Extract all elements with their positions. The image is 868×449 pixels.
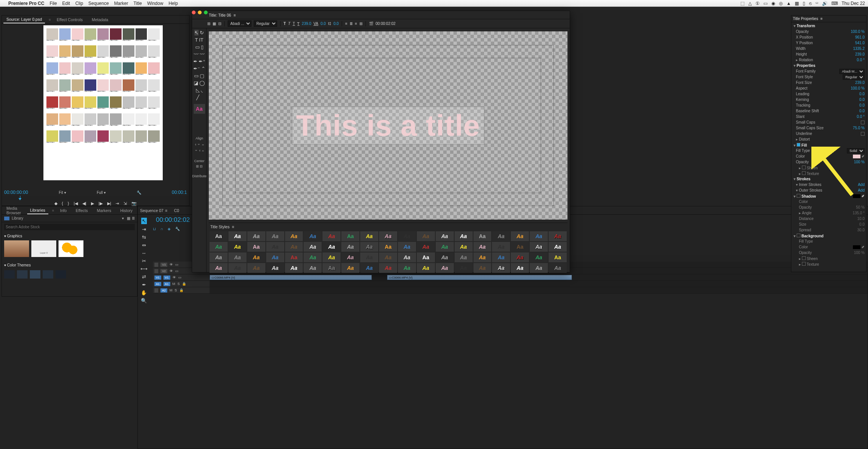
title-style-swatch[interactable]: Aa	[266, 252, 284, 262]
title-style-swatch[interactable]: Aa	[304, 263, 322, 273]
title-style-swatch[interactable]: Aa	[304, 252, 322, 262]
library-selector[interactable]: Library	[12, 216, 122, 220]
export-frame-icon[interactable]: 📷	[131, 201, 137, 206]
color-theme-sw[interactable]	[56, 270, 66, 279]
title-style-swatch[interactable]: Aa	[210, 252, 228, 262]
media-browser-tab[interactable]: Media Browser	[3, 205, 24, 216]
align-left-icon[interactable]: ≡	[345, 22, 347, 26]
shadow-check[interactable]	[797, 194, 800, 198]
type-tool-icon[interactable]: T	[195, 37, 198, 43]
title-style-swatch[interactable]: Aa	[511, 252, 529, 262]
title-style-swatch[interactable]: Aa	[473, 263, 492, 273]
bg-color[interactable]	[853, 245, 860, 249]
texture-check[interactable]	[802, 171, 806, 175]
title-style-swatch[interactable]: Aa	[247, 231, 265, 241]
prop-leading[interactable]: 0.0	[859, 92, 865, 96]
history-tab[interactable]: History	[117, 207, 136, 214]
sequence-tab[interactable]: Sequence 07	[140, 208, 163, 213]
mark-in-icon[interactable]: {	[62, 201, 63, 206]
title-style-swatch[interactable]: Aa	[322, 252, 341, 262]
step-back-icon[interactable]: ◀|	[82, 201, 86, 206]
libraries-tab[interactable]: Libraries	[27, 207, 48, 214]
title-style-swatch[interactable]: Aa	[360, 231, 378, 241]
shadow-color[interactable]	[853, 194, 860, 198]
app-name[interactable]: Premiere Pro CC	[8, 1, 44, 6]
battery-icon[interactable]: ▯	[803, 1, 805, 6]
menu-window[interactable]: Window	[147, 1, 163, 6]
title-style-swatch[interactable]: Aa	[341, 231, 359, 241]
title-style-swatch[interactable]: Aa	[379, 231, 397, 241]
title-properties-tab[interactable]: Title Properties	[793, 17, 818, 21]
pen-tool-icon[interactable]: ✒	[142, 282, 146, 288]
user-icon[interactable]: ▲	[786, 1, 791, 6]
title-style-swatch[interactable]: Aa	[398, 231, 416, 241]
title-style-swatch[interactable]: Aa	[492, 263, 510, 273]
eyedropper-icon[interactable]: ✐	[862, 245, 865, 249]
keyboard-icon[interactable]: ⌨	[831, 1, 838, 6]
prop-smallcaps-check[interactable]	[861, 121, 865, 124]
menu-file[interactable]: File	[49, 1, 57, 6]
menu-sequence[interactable]: Sequence	[88, 1, 109, 6]
wifi-icon[interactable]: ⌔	[816, 1, 818, 6]
title-style-swatch[interactable]: Aa	[455, 242, 473, 252]
settings-icon[interactable]: 🔧	[175, 227, 180, 231]
slide-tool-icon[interactable]: ⇄	[142, 274, 146, 280]
prop-kerning[interactable]: 0.0	[859, 98, 865, 102]
align-l-icon[interactable]: ⫞	[194, 142, 196, 147]
rounded-rect-tool-icon[interactable]: ▢	[200, 73, 204, 79]
bg-texture-check[interactable]	[802, 262, 806, 266]
title-style-swatch[interactable]: Aa	[322, 263, 341, 273]
prop-rotation[interactable]: 0.0 °	[857, 58, 865, 62]
title-style-swatch[interactable]: Aa	[417, 252, 435, 262]
effects-tab[interactable]: Effects	[73, 207, 91, 214]
prop-y[interactable]: 541.0	[855, 41, 865, 45]
titler-tab[interactable]: Title: Title 06	[209, 13, 231, 17]
marker-icon[interactable]: ◈	[168, 227, 171, 231]
center-h-icon[interactable]: ⊞	[196, 164, 199, 168]
panel-menu-icon[interactable]: ≡	[52, 209, 54, 212]
wedge-tool-icon[interactable]: ◺	[196, 87, 200, 93]
path-type-tool-icon[interactable]: 〰	[194, 51, 199, 57]
current-style-thumb[interactable]: Aa	[194, 104, 205, 114]
title-style-swatch[interactable]: Aa	[530, 231, 548, 241]
track-select-tool-icon[interactable]: ⇥	[142, 226, 146, 232]
title-style-swatch[interactable]: Aa	[398, 242, 416, 252]
arc-tool-icon[interactable]: ◟	[201, 87, 203, 93]
title-style-swatch[interactable]: Aa	[228, 252, 247, 262]
title-style-swatch[interactable]: Aa	[379, 242, 397, 252]
color-theme-sw[interactable]	[30, 270, 40, 279]
vtype-tool-icon[interactable]: IT	[199, 37, 204, 43]
source-tab[interactable]: Source: Layer 0.psd	[3, 16, 45, 23]
title-style-swatch[interactable]: Aa	[492, 231, 510, 241]
title-style-swatch[interactable]: Aa	[417, 242, 435, 252]
library-thumb-3[interactable]	[59, 240, 83, 257]
title-style-swatch[interactable]: Aa	[341, 263, 359, 273]
title-style-swatch[interactable]: Aa	[322, 242, 341, 252]
title-style-swatch[interactable]: Aa	[379, 263, 397, 273]
color-theme-sw[interactable]	[4, 270, 15, 279]
sequence-timecode[interactable]: 00:00:02:02	[156, 216, 190, 224]
center-v-icon[interactable]: ⊟	[200, 164, 203, 168]
mark-out-icon[interactable]: }	[68, 201, 69, 206]
title-style-swatch[interactable]: Aa	[210, 263, 228, 273]
source-scrubber[interactable]	[2, 196, 189, 200]
slip-tool-icon[interactable]: ⟷	[140, 266, 148, 272]
display-icon[interactable]: ▭	[763, 1, 768, 6]
title-style-swatch[interactable]: Aa	[266, 231, 284, 241]
add-marker-icon[interactable]: ◆	[54, 201, 57, 206]
insert-icon[interactable]: ⇥	[116, 201, 119, 206]
title-style-swatch[interactable]: Aa	[549, 231, 567, 241]
panel-menu-icon[interactable]: ≡	[820, 17, 823, 21]
title-style-swatch[interactable]: Aa	[473, 231, 492, 241]
background-check[interactable]	[797, 234, 800, 237]
title-style-swatch[interactable]: Aa	[266, 242, 284, 252]
razor-tool-icon[interactable]: ✂	[142, 258, 146, 264]
title-style-swatch[interactable]: Aa	[530, 252, 548, 262]
source-resolution-menu[interactable]: Full ▾	[97, 190, 106, 195]
title-style-swatch[interactable]: Aa	[549, 263, 567, 273]
date-icon[interactable]: ▦	[795, 1, 799, 6]
varea-type-tool-icon[interactable]: ▯	[201, 44, 204, 50]
titler-timecode[interactable]: 00:00:02:02	[376, 22, 396, 26]
add-inner-stroke[interactable]: Add	[858, 183, 865, 187]
colorthemes-section-header[interactable]: ▾ Color Themes	[4, 262, 135, 268]
